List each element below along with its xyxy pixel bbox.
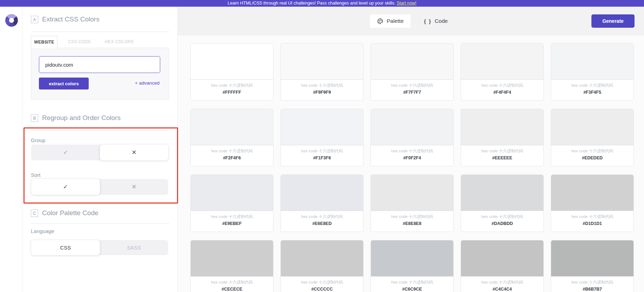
color-card-label: hex code 十六进制代码 #F1F3F6	[281, 145, 363, 160]
color-card[interactable]: hex code 十六进制代码 #EDEDED	[551, 109, 634, 166]
section-a-heading: A Extract CSS Colors	[31, 15, 100, 24]
color-card-label: hex code 十六进制代码 #C6C9CE	[371, 277, 453, 292]
color-card-label: hex code 十六进制代码 #EEEEEE	[461, 145, 543, 160]
promo-text: Learn HTML/CSS through real UI challenge…	[228, 1, 395, 6]
app-logo-icon[interactable]	[5, 14, 18, 27]
hex-code-caption: hex code 十六进制代码	[281, 280, 363, 285]
color-card[interactable]: hex code 十六进制代码 #F0F2F4	[371, 109, 454, 166]
color-card-label: hex code 十六进制代码 #DADBDD	[461, 211, 543, 226]
color-card[interactable]: hex code 十六进制代码 #CCCCCC	[280, 240, 364, 292]
sort-yes-option[interactable]: ✓	[31, 179, 100, 195]
tab-palette[interactable]: Palette	[370, 14, 411, 28]
sort-no-option[interactable]: ✕	[100, 179, 169, 195]
group-yes-option[interactable]: ✓	[31, 145, 100, 160]
hex-value: #F9F9F9	[281, 90, 363, 95]
color-swatch	[371, 109, 453, 145]
color-card[interactable]: hex code 十六进制代码 #E9EBEF	[190, 174, 273, 232]
color-card-label: hex code 十六进制代码 #C4C4C4	[461, 277, 543, 292]
sort-toggle: ✓ ✕	[31, 179, 168, 195]
color-card[interactable]: hex code 十六进制代码 #EEEEEE	[461, 109, 544, 166]
color-swatch	[281, 240, 363, 277]
advanced-link[interactable]: + advanced	[135, 80, 160, 86]
color-card[interactable]: hex code 十六进制代码 #F3F4F5	[551, 43, 634, 101]
color-card[interactable]: hex code 十六进制代码 #DADBDD	[461, 174, 544, 232]
color-swatch	[191, 175, 273, 211]
color-swatch	[461, 44, 543, 80]
color-card-grid: hex code 十六进制代码 #FFFFFF hex code 十六进制代码 …	[190, 43, 634, 292]
section-b-heading: B Regroup and Order Colors	[31, 114, 121, 122]
color-card-label: hex code 十六进制代码 #E9EBEF	[191, 211, 273, 226]
hex-code-caption: hex code 十六进制代码	[371, 214, 453, 219]
hex-code-caption: hex code 十六进制代码	[461, 148, 543, 154]
hex-code-caption: hex code 十六进制代码	[371, 83, 453, 88]
hex-value: #E8E8E8	[371, 221, 453, 226]
tab-code-label: Code	[435, 18, 448, 24]
tab-palette-label: Palette	[387, 18, 404, 24]
language-sass-option[interactable]: SASS	[100, 240, 169, 255]
color-swatch	[461, 240, 543, 277]
color-swatch	[191, 44, 273, 80]
color-card[interactable]: hex code 十六进制代码 #F1F3F6	[280, 109, 364, 166]
color-card-label: hex code 十六进制代码 #CCCCCC	[281, 277, 363, 292]
tab-css-code[interactable]: CSS CODE	[68, 36, 91, 48]
hex-value: #E9EBEF	[191, 221, 273, 226]
color-swatch	[371, 44, 453, 80]
section-a-divider	[31, 32, 169, 32]
group-no-option[interactable]: ✕	[100, 145, 169, 160]
color-card[interactable]: hex code 十六进制代码 #F2F4F6	[190, 109, 273, 166]
hex-code-caption: hex code 十六进制代码	[191, 148, 273, 154]
color-swatch	[281, 109, 363, 145]
hex-code-caption: hex code 十六进制代码	[281, 214, 363, 219]
language-css-option[interactable]: CSS	[31, 240, 100, 255]
main-header: Palette { } Code Generate	[178, 7, 644, 35]
color-swatch	[281, 175, 363, 211]
generate-button[interactable]: Generate	[591, 14, 635, 28]
color-card[interactable]: hex code 十六进制代码 #F9F9F9	[280, 43, 364, 101]
hex-value: #F2F4F6	[191, 155, 273, 160]
color-card[interactable]: hex code 十六进制代码 #FFFFFF	[190, 43, 273, 101]
tab-website[interactable]: WEBSITE	[31, 36, 57, 48]
color-card[interactable]: hex code 十六进制代码 #E6E8ED	[280, 174, 364, 232]
color-card[interactable]: hex code 十六进制代码 #CECECE	[190, 240, 273, 292]
color-card[interactable]: hex code 十六进制代码 #D1D1D1	[551, 174, 634, 232]
hex-value: #FFFFFF	[191, 90, 273, 95]
hex-code-caption: hex code 十六进制代码	[461, 83, 543, 88]
hex-value: #EDEDED	[551, 155, 633, 160]
left-rail	[0, 7, 22, 292]
hex-code-caption: hex code 十六进制代码	[461, 280, 543, 285]
color-card[interactable]: hex code 十六进制代码 #C4C4C4	[461, 240, 544, 292]
extract-colors-button[interactable]: extract colors	[39, 78, 89, 89]
website-url-input[interactable]	[39, 56, 160, 73]
hex-value: #C6C9CE	[371, 287, 453, 292]
view-toggle: Palette { } Code	[370, 14, 448, 28]
color-swatch	[551, 240, 633, 277]
language-label: Language	[31, 228, 54, 235]
group-label: Group	[31, 137, 46, 144]
promo-start-now-link[interactable]: Start now!	[396, 1, 416, 6]
hex-value: #EEEEEE	[461, 155, 543, 160]
color-card-label: hex code 十六进制代码 #D1D1D1	[551, 211, 633, 226]
palette-icon	[377, 18, 384, 25]
section-b-letter: B	[31, 114, 38, 122]
color-card-label: hex code 十六进制代码 #F2F4F6	[191, 145, 273, 160]
hex-value: #CCCCCC	[281, 287, 363, 292]
color-card-label: hex code 十六进制代码 #F4F4F4	[461, 80, 543, 95]
color-card[interactable]: hex code 十六进制代码 #E8E8E8	[371, 174, 454, 232]
color-swatch	[551, 44, 633, 80]
app-shell: A Extract CSS Colors WEBSITE CSS CODE HE…	[0, 7, 644, 292]
color-card-label: hex code 十六进制代码 #F9F9F9	[281, 80, 363, 95]
color-card[interactable]: hex code 十六进制代码 #F4F4F4	[461, 43, 544, 101]
color-swatch	[461, 175, 543, 211]
hex-code-caption: hex code 十六进制代码	[191, 83, 273, 88]
color-card[interactable]: hex code 十六进制代码 #B6B7B7	[551, 240, 634, 292]
tab-hex-colors[interactable]: HEX COLORS	[105, 36, 134, 48]
tab-code[interactable]: { } Code	[424, 18, 448, 24]
hex-code-caption: hex code 十六进制代码	[551, 280, 633, 285]
color-card-label: hex code 十六进制代码 #EDEDED	[551, 145, 633, 160]
color-card[interactable]: hex code 十六进制代码 #F7F7F7	[371, 43, 454, 101]
section-c-title: Color Palette Code	[42, 209, 99, 217]
color-swatch	[461, 109, 543, 145]
color-card[interactable]: hex code 十六进制代码 #C6C9CE	[371, 240, 454, 292]
hex-value: #DADBDD	[461, 221, 543, 226]
hex-value: #F4F4F4	[461, 90, 543, 95]
